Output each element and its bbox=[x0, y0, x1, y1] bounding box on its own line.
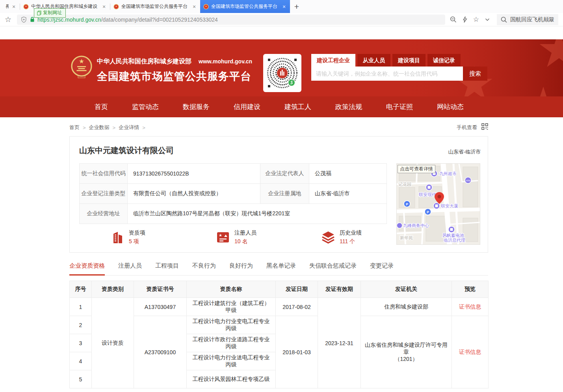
seq-cell: 2 bbox=[70, 316, 92, 334]
stat-label: 资质项 bbox=[129, 229, 145, 237]
tab-good-behavior[interactable]: 良好行为 bbox=[229, 262, 253, 275]
browser-tab-partial[interactable]: 界 × bbox=[0, 0, 20, 13]
certificate-info-link[interactable]: 证书信息 bbox=[459, 349, 481, 355]
map-tooltip: 点击可查看详情 bbox=[398, 165, 435, 173]
browser-tab-jzsc[interactable]: 全国建筑市场监管公共服务平台 × bbox=[110, 0, 200, 13]
bookmark-star-icon[interactable]: ☆ bbox=[5, 16, 11, 23]
stat-registered-personnel[interactable]: 注册人员 10 名 bbox=[216, 229, 256, 245]
stat-qualifications[interactable]: 资质项 5 项 bbox=[111, 229, 145, 245]
reg-type-label: 企业登记注册类型 bbox=[80, 184, 128, 204]
qr-code bbox=[263, 54, 301, 92]
tab-qualifications[interactable]: 企业资质资格 bbox=[69, 262, 105, 275]
browser-window: 界 × 中华人民共和国住房和城乡建设 × 全国建筑市场监管公共服务平台 × 全国… bbox=[0, 0, 563, 392]
registry-book-icon bbox=[216, 231, 230, 243]
map-label-battery-1: 风帆蓄电池 bbox=[442, 233, 464, 238]
nav-item-e-license[interactable]: 电子证照 bbox=[386, 102, 413, 111]
main-navigation: 首页 监管动态 数据服务 信用建设 建筑工人 政策法规 电子证照 网站动态 bbox=[0, 96, 563, 117]
reg-region-value: 山东省-临沂市 bbox=[309, 184, 387, 204]
chevron-down-icon[interactable] bbox=[485, 18, 490, 21]
search-button[interactable]: 搜索 bbox=[463, 67, 487, 81]
breadcrumb-separator: > bbox=[113, 125, 116, 131]
tab-registered-personnel[interactable]: 注册人员 bbox=[118, 262, 142, 275]
tab-title: 全国建筑市场监管公共服务平台 bbox=[211, 3, 279, 10]
table-row: 统一社会信用代码 91371302675501022B 企业法定代表人 公茂福 bbox=[80, 164, 387, 184]
validity-cell: 2023-12-31 bbox=[318, 298, 361, 388]
company-info-table: 统一社会信用代码 91371302675501022B 企业法定代表人 公茂福 … bbox=[79, 163, 387, 224]
detail-tabs: 企业资质资格 注册人员 工程项目 不良行为 良好行为 黑名单记录 失信联合惩戒记… bbox=[69, 262, 488, 276]
qualification-name-cell: 工程设计电力行业送电工程专业丙级 bbox=[187, 352, 276, 370]
stat-label: 注册人员 bbox=[234, 229, 256, 237]
breadcrumb-enterprise-data[interactable]: 企业数据 bbox=[89, 124, 110, 131]
close-icon[interactable]: × bbox=[281, 4, 287, 10]
authority-cell: 住房和城乡建设部 bbox=[361, 298, 452, 316]
nav-item-supervision[interactable]: 监管动态 bbox=[132, 102, 159, 111]
search-tab-personnel[interactable]: 从业人员 bbox=[357, 54, 390, 67]
close-icon[interactable]: × bbox=[191, 4, 197, 10]
breadcrumb-separator: > bbox=[142, 125, 145, 131]
stat-historical-projects[interactable]: 历史业绩 111 个 bbox=[321, 229, 362, 245]
nav-item-data-service[interactable]: 数据服务 bbox=[183, 102, 210, 111]
qr-code-small-icon[interactable] bbox=[481, 123, 488, 130]
preview-cell: 证书信息 bbox=[452, 298, 489, 316]
emblem-favicon-icon bbox=[203, 4, 209, 9]
mobile-view-label: 手机查看 bbox=[457, 124, 477, 131]
legal-rep-label: 企业法定代表人 bbox=[260, 164, 309, 184]
search-tab-enterprise[interactable]: 建设工程企业 bbox=[311, 54, 355, 67]
toolbar-icons: ☆ bbox=[450, 16, 490, 23]
copy-url-tooltip: 复制网址 bbox=[34, 8, 66, 18]
mobile-view-link[interactable]: 手机查看 bbox=[457, 124, 477, 131]
platform-title: 全国建筑市场监管公共服务平台 bbox=[97, 69, 252, 83]
map-label-xinhuayuan: 新华苑 bbox=[400, 235, 413, 240]
tab-dishonesty[interactable]: 失信联合惩戒记录 bbox=[309, 262, 357, 275]
url-field[interactable]: https://jzsc.mohurd.gov.cn /data/company… bbox=[17, 15, 445, 25]
browser-tab-active[interactable]: 全国建筑市场监管公共服务平台 × bbox=[200, 0, 290, 13]
url-path: /data/company/detail?id=0021052912405330… bbox=[101, 17, 218, 23]
lightning-icon[interactable] bbox=[463, 16, 467, 23]
location-map[interactable]: 点击可查看详情 bbox=[396, 163, 480, 245]
close-icon[interactable]: × bbox=[101, 4, 107, 10]
tab-change-records[interactable]: 变更记录 bbox=[370, 262, 394, 275]
header-search-panel: 建设工程企业 从业人员 建设项目 诚信记录 搜索 bbox=[311, 54, 487, 81]
tab-bad-behavior[interactable]: 不良行为 bbox=[192, 262, 216, 275]
tab-title: 全国建筑市场监管公共服务平台 bbox=[121, 3, 189, 10]
quick-search-box[interactable]: 国航回应飞机颠簸 bbox=[497, 14, 558, 25]
tab-title: 界 bbox=[6, 3, 9, 10]
table-row: 企业登记注册类型 有限责任公司（自然人投资或控股） 企业注册属地 山东省-临沂市 bbox=[80, 184, 387, 204]
national-emblem-icon bbox=[70, 55, 93, 80]
ministry-title: 中华人民共和国住房和城乡建设部 bbox=[97, 57, 191, 66]
seq-cell: 3 bbox=[70, 334, 92, 352]
nav-item-policy[interactable]: 政策法规 bbox=[335, 102, 362, 111]
legal-rep-value: 公茂福 bbox=[309, 164, 387, 184]
nav-item-credit[interactable]: 信用建设 bbox=[234, 102, 260, 111]
qualification-name-cell: 工程设计电力行业变电工程专业丙级 bbox=[187, 316, 276, 334]
nav-item-workers[interactable]: 建筑工人 bbox=[284, 102, 311, 111]
map-label-atm: ATM bbox=[466, 179, 470, 182]
search-category-tabs: 建设工程企业 从业人员 建设项目 诚信记录 bbox=[311, 54, 487, 67]
favorites-star-icon[interactable]: ☆ bbox=[473, 16, 479, 23]
certificate-info-link[interactable]: 证书信息 bbox=[459, 303, 481, 310]
close-icon[interactable]: × bbox=[11, 4, 17, 10]
issue-date-cell: 2018-01-03 bbox=[276, 316, 318, 388]
zoom-out-icon[interactable] bbox=[450, 16, 457, 23]
map-label-battery-2: 临沂总代理 bbox=[444, 238, 465, 242]
breadcrumb-home[interactable]: 首页 bbox=[69, 124, 80, 131]
breadcrumb: 首页 > 企业数据 > 企业详情 > 手机查看 bbox=[69, 124, 488, 131]
search-tab-credit[interactable]: 诚信记录 bbox=[427, 54, 461, 67]
copy-url-tooltip-label: 复制网址 bbox=[43, 9, 62, 16]
tab-blacklist[interactable]: 黑名单记录 bbox=[266, 262, 296, 275]
shield-icon[interactable] bbox=[21, 17, 27, 23]
new-tab-button[interactable]: + bbox=[290, 0, 303, 13]
map-label-business-center: 九峰商务中心 bbox=[403, 223, 429, 228]
preview-cell: 证书信息 bbox=[452, 316, 489, 388]
col-validity: 发证有效期 bbox=[318, 281, 361, 298]
nav-item-site-news[interactable]: 网站动态 bbox=[437, 102, 464, 111]
breadcrumb-enterprise-detail[interactable]: 企业详情 bbox=[119, 124, 139, 131]
header-search-input[interactable] bbox=[311, 67, 463, 81]
col-issue-date: 发证日期 bbox=[276, 281, 318, 298]
business-poi-icon bbox=[397, 223, 402, 228]
search-tab-project[interactable]: 建设项目 bbox=[392, 54, 426, 67]
nav-item-home[interactable]: 首页 bbox=[95, 102, 108, 111]
map-canvas: 记花园 九州超市 ATM 联安现代城 P P 联安大厦 bbox=[397, 164, 480, 244]
tab-projects[interactable]: 工程项目 bbox=[155, 262, 179, 275]
quick-search-text: 国航回应飞机颠簸 bbox=[510, 16, 554, 23]
